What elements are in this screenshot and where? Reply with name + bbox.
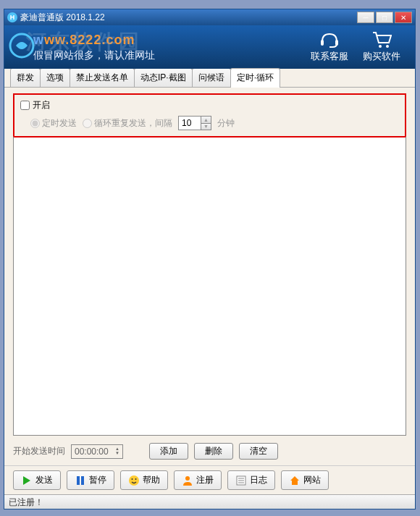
tab-timer-loop[interactable]: 定时·循环	[230, 68, 280, 88]
add-button[interactable]: 添加	[149, 443, 188, 460]
tab-dynamic-ip[interactable]: 动态IP·截图	[134, 68, 193, 87]
status-text: 已注册！	[9, 497, 43, 507]
start-time-label: 开始发送时间	[13, 445, 65, 457]
svg-point-3	[379, 45, 382, 48]
titlebar: H 豪迪普通版 2018.1.22 ─ □ ✕	[4, 9, 415, 25]
website-button[interactable]: 网站	[281, 470, 329, 490]
svg-point-9	[135, 478, 137, 480]
svg-point-8	[132, 478, 133, 480]
interval-spinner[interactable]: ▲ ▼	[178, 116, 211, 130]
pause-button[interactable]: 暂停	[67, 470, 114, 490]
banner: 河东软件园 www.8222.com 假冒网站很多，请认准网址 联系客服 购买软…	[4, 25, 415, 69]
loop-label: 循环重复发送，间隔	[94, 117, 172, 130]
enable-label: 开启	[33, 99, 50, 111]
tab-options[interactable]: 选项	[40, 68, 70, 87]
schedule-list[interactable]	[13, 136, 406, 436]
tab-mass-send[interactable]: 群发	[10, 68, 41, 87]
banner-url: www.8222.com	[33, 33, 311, 48]
app-icon: H	[7, 12, 17, 22]
cart-icon	[371, 31, 392, 48]
register-button[interactable]: 注册	[174, 470, 222, 490]
clear-button[interactable]: 清空	[239, 443, 278, 460]
window-title: 豪迪普通版 2018.1.22	[20, 12, 357, 24]
pause-icon	[75, 475, 86, 486]
log-button[interactable]: 日志	[227, 470, 275, 490]
logo-icon	[9, 33, 35, 59]
spinner-up-icon[interactable]: ▲	[201, 117, 211, 124]
tab-blocklist[interactable]: 禁止发送名单	[70, 68, 135, 87]
headset-icon	[319, 31, 340, 48]
contact-label: 联系客服	[311, 50, 348, 63]
interval-input[interactable]	[179, 117, 201, 130]
help-icon	[128, 475, 140, 486]
buy-link[interactable]: 购买软件	[363, 31, 400, 63]
buy-label: 购买软件	[363, 50, 400, 63]
tabbar: 群发 选项 禁止发送名单 动态IP·截图 问候语 定时·循环	[4, 69, 415, 88]
minimize-button[interactable]: ─	[357, 12, 374, 23]
spinner-down-icon[interactable]: ▼	[201, 124, 211, 130]
svg-rect-2	[335, 40, 338, 46]
svg-rect-1	[321, 40, 324, 46]
delete-button[interactable]: 删除	[194, 443, 233, 460]
start-time-input[interactable]: 00:00:00 ▲ ▼	[71, 444, 123, 459]
contact-link[interactable]: 联系客服	[311, 31, 348, 63]
enable-checkbox[interactable]	[20, 101, 30, 110]
timed-label: 定时发送	[42, 117, 77, 130]
timed-radio[interactable]	[30, 119, 40, 128]
help-button[interactable]: 帮助	[120, 470, 168, 490]
toolbar: 发送 暂停 帮助 注册 日志 网站	[4, 465, 415, 494]
tab-greeting[interactable]: 问候语	[192, 68, 231, 87]
loop-radio-wrap[interactable]: 循环重复发送，间隔	[83, 117, 172, 130]
maximize-button[interactable]: □	[376, 12, 393, 23]
svg-rect-5	[77, 476, 80, 485]
timed-radio-wrap[interactable]: 定时发送	[30, 117, 77, 130]
statusbar: 已注册！	[4, 494, 415, 509]
user-icon	[182, 475, 193, 486]
svg-point-4	[386, 45, 389, 48]
log-icon	[235, 475, 247, 486]
play-icon	[21, 475, 33, 486]
highlight-section: 开启 定时发送 循环重复发送，间隔 ▲ ▼ 分钟	[13, 93, 406, 138]
content-area: 开启 定时发送 循环重复发送，间隔 ▲ ▼ 分钟	[4, 88, 415, 465]
loop-radio[interactable]	[83, 119, 92, 128]
close-button[interactable]: ✕	[395, 12, 412, 23]
banner-subtitle: 假冒网站很多，请认准网址	[33, 49, 311, 62]
send-button[interactable]: 发送	[13, 470, 61, 490]
interval-unit: 分钟	[217, 117, 235, 130]
svg-point-7	[129, 475, 139, 486]
svg-rect-6	[81, 476, 84, 485]
svg-point-10	[185, 476, 190, 481]
time-down-icon[interactable]: ▼	[115, 451, 119, 455]
home-icon	[289, 475, 301, 486]
